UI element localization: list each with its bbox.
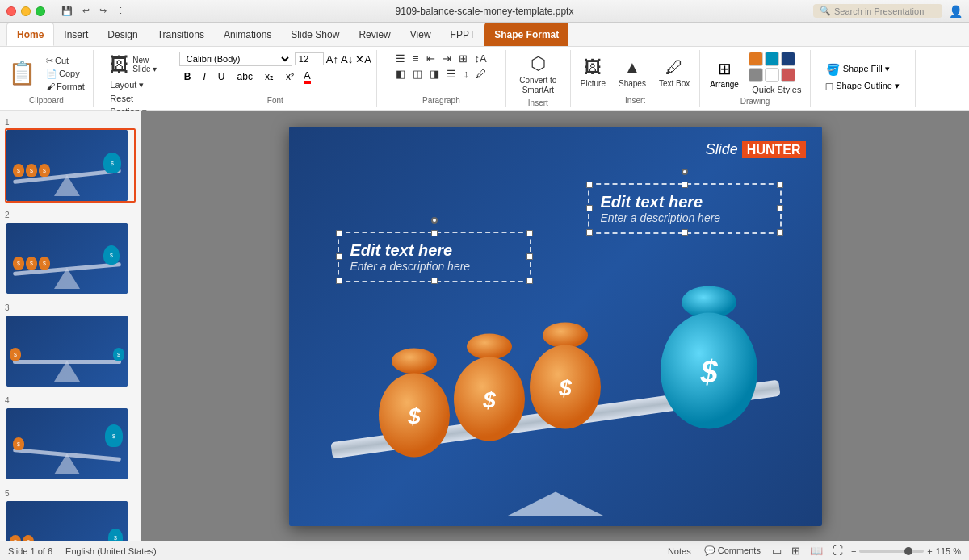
swatch-darkblue[interactable] (781, 52, 795, 66)
increase-font-icon[interactable]: A↑ (326, 53, 338, 65)
swatch-red[interactable] (781, 68, 795, 82)
slide-thumbnail-1[interactable]: 1 $ $ $ $ (5, 118, 136, 203)
zoom-thumb[interactable] (904, 547, 912, 555)
columns-button[interactable]: ⊞ (455, 52, 471, 65)
tab-view[interactable]: View (401, 23, 441, 46)
handle-mr-left[interactable] (526, 253, 533, 260)
tab-home[interactable]: Home (6, 23, 54, 46)
right-text-title[interactable]: Edit text here (601, 193, 769, 211)
strikethrough-button[interactable]: abc (233, 69, 258, 84)
shape-fill-button[interactable]: 🪣 Shape Fill ▾ (823, 62, 893, 77)
tab-review[interactable]: Review (349, 23, 400, 46)
decrease-indent-button[interactable]: ⇤ (423, 52, 438, 65)
align-center-button[interactable]: ◫ (409, 67, 426, 81)
clear-format-icon[interactable]: ✕A (355, 53, 371, 65)
right-text-desc[interactable]: Enter a description here (601, 211, 769, 224)
font-name-select[interactable]: Calibri (Body) (179, 52, 292, 66)
handle-tc-left[interactable] (431, 230, 438, 236)
layout-button[interactable]: Layout ▾ (107, 79, 147, 91)
text-direction-button[interactable]: ↕A (472, 52, 490, 65)
handle-tr-right[interactable] (777, 182, 783, 188)
unordered-list-button[interactable]: ☰ (392, 52, 409, 65)
paste-button[interactable]: 📋 (5, 60, 40, 86)
align-left-button[interactable]: ◧ (392, 67, 409, 81)
handle-bc-right[interactable] (682, 229, 688, 236)
left-text-title[interactable]: Edit text here (350, 241, 518, 260)
handle-tr-left[interactable] (526, 230, 533, 236)
line-spacing-button[interactable]: ↕ (460, 67, 472, 81)
left-text-box[interactable]: Edit text here Enter a description here (338, 232, 531, 282)
window-controls[interactable] (6, 6, 45, 16)
swatch-white[interactable] (765, 68, 779, 82)
slide-thumb-4[interactable]: $ $ (5, 407, 136, 481)
left-text-desc[interactable]: Enter a description here (350, 260, 518, 273)
slide-thumb-1[interactable]: $ $ $ $ (5, 128, 136, 203)
font-size-input[interactable] (295, 52, 324, 65)
handle-bl-right[interactable] (586, 229, 593, 236)
handle-br-left[interactable] (526, 278, 533, 284)
swatch-gray[interactable] (749, 68, 763, 82)
format-button[interactable]: 🖌 Format (43, 81, 88, 92)
more-icon[interactable]: ⋮ (113, 5, 128, 17)
align-right-button[interactable]: ◨ (426, 67, 443, 81)
slide-thumbnail-3[interactable]: 3 $ $ (5, 303, 136, 388)
presenter-view-icon[interactable]: ⛶ (831, 545, 845, 557)
handle-ml-right[interactable] (586, 205, 593, 211)
arrange-button[interactable]: ⊞ Arrange (705, 57, 744, 90)
slide-thumbnail-5[interactable]: 5 $ $ $ (5, 489, 136, 541)
quick-styles-button[interactable]: Quick Styles (749, 84, 804, 95)
zoom-out-button[interactable]: − (851, 546, 856, 556)
tab-transitions[interactable]: Transitions (148, 23, 214, 46)
decrease-font-icon[interactable]: A↓ (341, 53, 353, 65)
slide-thumbnail-2[interactable]: 2 $ $ $ $ (5, 211, 136, 295)
superscript-button[interactable]: x² (281, 69, 299, 84)
cut-button[interactable]: ✂ Cut (43, 55, 88, 67)
align-justify-button[interactable]: ☰ (443, 67, 459, 81)
underline-button[interactable]: U (213, 69, 230, 84)
shapes-button[interactable]: ▲ Shapes (614, 56, 651, 90)
text-highlight-button[interactable]: 🖊 (472, 67, 489, 81)
slide-thumb-2[interactable]: $ $ $ $ (5, 221, 136, 295)
reading-view-icon[interactable]: 📖 (808, 545, 824, 557)
slide-thumbnail-4[interactable]: 4 $ $ (5, 396, 136, 481)
italic-button[interactable]: I (199, 69, 211, 84)
swatch-blue[interactable] (765, 52, 779, 66)
rotate-handle-left[interactable] (431, 217, 438, 224)
handle-bc-left[interactable] (431, 278, 438, 284)
maximize-button[interactable] (36, 6, 45, 16)
zoom-slider[interactable] (859, 550, 924, 553)
handle-tc-right[interactable] (682, 182, 688, 188)
handle-mr-right[interactable] (777, 205, 783, 211)
search-bar[interactable]: 🔍 Search in Presentation (813, 4, 942, 18)
tab-insert[interactable]: Insert (54, 23, 98, 46)
tab-slideshow[interactable]: Slide Show (281, 23, 349, 46)
font-color-button[interactable]: A (301, 69, 313, 85)
increase-indent-button[interactable]: ⇥ (439, 52, 455, 65)
slide-sorter-icon[interactable]: ⊞ (790, 545, 802, 557)
comments-button[interactable]: 💬 Comments (701, 545, 764, 556)
zoom-in-button[interactable]: + (927, 546, 932, 556)
convert-smartart-button[interactable]: ⬡ Convert toSmartArt (513, 52, 563, 97)
tab-shape-format[interactable]: Shape Format (484, 23, 568, 46)
handle-br-right[interactable] (777, 229, 783, 236)
tab-animations[interactable]: Animations (214, 23, 281, 46)
handle-tl-left[interactable] (336, 230, 342, 236)
minimize-button[interactable] (21, 6, 31, 16)
new-slide-button[interactable]: 🖼 New Slide ▾ (107, 52, 160, 77)
user-account-icon[interactable]: 👤 (949, 5, 963, 18)
slide-thumb-3[interactable]: $ $ (5, 314, 136, 388)
tab-fppt[interactable]: FPPT (441, 23, 485, 46)
slide-canvas[interactable]: Slide HUNTER (289, 127, 822, 526)
right-text-box[interactable]: Edit text here Enter a description here (588, 183, 782, 234)
swatch-orange[interactable] (749, 52, 763, 66)
undo-icon[interactable]: ↩ (79, 5, 93, 17)
close-button[interactable] (6, 6, 16, 16)
slide-thumb-5[interactable]: $ $ $ (5, 499, 136, 541)
redo-icon[interactable]: ↪ (96, 5, 110, 17)
ordered-list-button[interactable]: ≡ (409, 52, 422, 65)
textbox-button[interactable]: 🖊 Text Box (654, 56, 694, 90)
handle-bl-left[interactable] (336, 278, 342, 284)
subscript-button[interactable]: x₂ (260, 69, 279, 84)
normal-view-icon[interactable]: ▭ (770, 545, 783, 557)
copy-button[interactable]: 📄 Copy (43, 68, 88, 80)
